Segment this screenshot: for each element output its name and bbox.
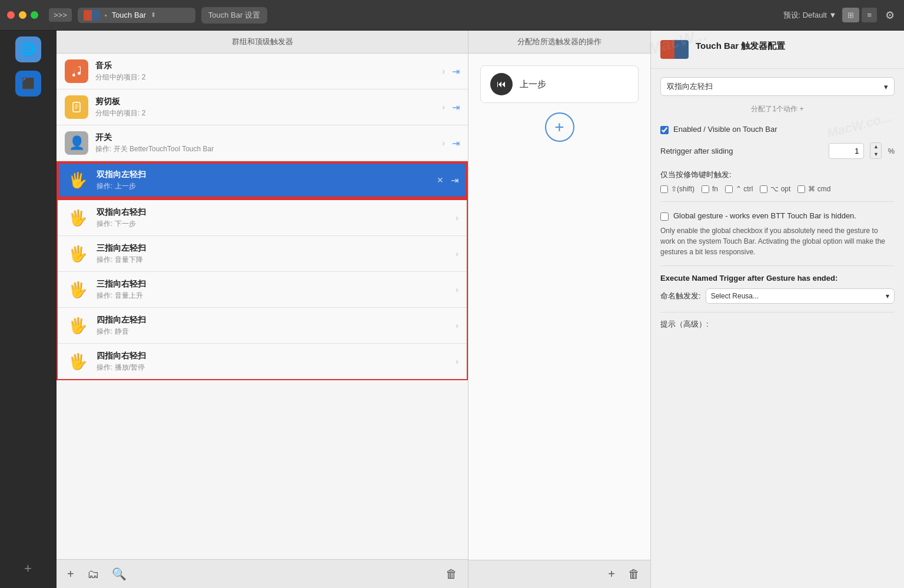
main-content: 🌐 ⬛ + 群组和顶级触发器 音乐 分组中的项目: 2 › ⇥ — [0, 31, 904, 588]
list-item[interactable]: 🖐 三指向左轻扫 操作: 音量下降 › — [58, 236, 467, 272]
hint-label: 提示（高级）: — [660, 320, 709, 328]
modifier-shift: ⇧(shift) — [660, 185, 694, 193]
pin-icon: ⇥ — [451, 175, 458, 186]
pin-icon: ⇥ — [452, 66, 460, 77]
toolbar-right: 🗑 — [443, 565, 460, 583]
opt-checkbox[interactable] — [760, 185, 767, 193]
switch-icon: 👤 — [65, 131, 88, 155]
trigger-sub: 操作: 播放/暂停 — [97, 363, 448, 373]
fullscreen-button[interactable] — [31, 11, 38, 19]
chevron-right-icon: › — [456, 213, 458, 222]
trigger-name: 音乐 — [95, 61, 435, 71]
retrigger-input[interactable] — [829, 143, 864, 159]
trigger-sub: 分组中的项目: 2 — [95, 108, 435, 118]
settings-touchbar-icon — [660, 40, 689, 59]
expand-button[interactable]: >>> — [49, 8, 72, 22]
list-item[interactable]: 🖐 四指向右轻扫 操作: 播放/暂停 › — [58, 344, 467, 379]
execute-named-row: 命名触发发: Select Reusa... ▾ — [660, 288, 895, 304]
trigger-info: 四指向左轻扫 操作: 静音 — [97, 315, 448, 337]
trigger-info: 三指向右轻扫 操作: 音量上升 — [97, 279, 448, 301]
trigger-name: 四指向左轻扫 — [97, 315, 448, 325]
add-trigger-button[interactable]: + — [65, 565, 77, 583]
stepper-down[interactable]: ▼ — [870, 151, 881, 158]
view-list-button[interactable]: ≡ — [862, 8, 877, 22]
add-action-button-toolbar[interactable]: + — [606, 565, 617, 583]
chevron-right-icon: › — [442, 138, 445, 148]
list-item[interactable]: 音乐 分组中的项目: 2 › ⇥ — [56, 54, 468, 89]
list-item[interactable]: 🖐 三指向右轻扫 操作: 音量上升 › — [58, 272, 467, 308]
gesture-icon: 🖐 — [66, 350, 89, 373]
global-gesture-section: Global gesture - works even BTT Touch Ba… — [660, 201, 895, 257]
enabled-checkbox[interactable] — [660, 126, 669, 134]
trigger-name: 四指向右轻扫 — [97, 351, 448, 361]
modifier-fn: fn — [702, 185, 718, 193]
view-grid-button[interactable]: ⊞ — [842, 8, 859, 22]
trigger-name: 双指向左轻扫 — [97, 170, 430, 180]
retrigger-stepper: ▲ ▼ — [870, 142, 882, 159]
gesture-icon: 🖐 — [66, 168, 89, 192]
named-trigger-dropdown[interactable]: Select Reusa... ▾ — [706, 288, 895, 304]
shift-checkbox[interactable] — [660, 185, 668, 193]
list-item[interactable]: 🖐 四指向左轻扫 操作: 静音 › — [58, 308, 467, 344]
pin-icon: ⇥ — [452, 138, 460, 149]
enabled-label: Enabled / Visible on Touch Bar — [673, 125, 777, 134]
touchbar-selector[interactable]: • Touch Bar ⬍ — [78, 8, 195, 23]
named-trigger-label: 命名触发发: — [660, 291, 701, 301]
shift-label: ⇧(shift) — [671, 185, 694, 193]
gesture-dropdown[interactable]: 双指向左轻扫 ▾ — [660, 77, 895, 96]
touchbar-label: Touch Bar — [112, 11, 147, 19]
preset-label[interactable]: 预设: Default ▼ — [783, 10, 837, 21]
trigger-panel: 群组和顶级触发器 音乐 分组中的项目: 2 › ⇥ — [56, 31, 468, 588]
sidebar: 🌐 ⬛ + — [0, 31, 56, 588]
list-item-selected[interactable]: 🖐 双指向左轻扫 操作: 上一步 ✕ ⇥ — [56, 161, 468, 199]
cmd-checkbox[interactable] — [797, 185, 805, 193]
trigger-name: 三指向右轻扫 — [97, 279, 448, 290]
delete-button[interactable]: 🗑 — [443, 565, 460, 583]
stepper-up[interactable]: ▲ — [870, 143, 881, 151]
settings-body: 双指向左轻扫 ▾ 分配了1个动作 + Enabled / Visible on … — [651, 69, 904, 338]
retrigger-row: Retrigger after sliding ▲ ▼ % — [660, 142, 895, 159]
sidebar-item-vscode[interactable]: ⬛ — [15, 71, 41, 97]
trigger-info: 四指向右轻扫 操作: 播放/暂停 — [97, 351, 448, 373]
chevron-right-icon: › — [456, 321, 458, 330]
add-action-button[interactable]: + — [545, 112, 574, 142]
action-panel: 分配给所选触发器的操作 ⏮ 上一步 + + 🗑 — [468, 31, 651, 588]
chevron-down-icon: ▾ — [884, 82, 888, 91]
hint-section: 提示（高级）: — [660, 312, 895, 330]
trigger-list: 音乐 分组中的项目: 2 › ⇥ 剪切板 分组中的项目: 2 › ⇥ — [56, 54, 468, 559]
add-folder-button[interactable]: 🗂 — [85, 565, 101, 583]
delete-action-button[interactable]: 🗑 — [626, 565, 642, 583]
left-panel-toolbar: + 🗂 🔍 🗑 — [56, 559, 468, 588]
action-toolbar: + 🗑 — [468, 560, 650, 588]
minimize-button[interactable] — [19, 11, 26, 19]
search-button[interactable]: 🔍 — [109, 564, 129, 583]
global-gesture-checkbox[interactable] — [660, 212, 669, 221]
clipboard-icon — [65, 95, 88, 119]
trigger-sub: 操作: 静音 — [97, 327, 448, 337]
ctrl-checkbox[interactable] — [725, 185, 733, 193]
sidebar-add-button[interactable]: + — [24, 561, 32, 582]
trigger-info: 音乐 分组中的项目: 2 — [95, 61, 435, 82]
opt-label: ⌥ opt — [770, 185, 790, 193]
modifier-cmd: ⌘ cmd — [797, 185, 830, 193]
list-item[interactable]: 🖐 双指向右轻扫 操作: 下一步 › — [58, 200, 467, 236]
trigger-sub: 分组中的项目: 2 — [95, 72, 435, 82]
list-item[interactable]: 👤 开关 操作: 开关 BetterTouchTool Touch Bar › … — [56, 125, 468, 161]
touchbar-icon — [84, 10, 100, 21]
gear-button[interactable]: ⚙ — [883, 6, 897, 24]
sidebar-item-globe[interactable]: 🌐 — [15, 36, 41, 62]
trigger-info: 剪切板 分组中的项目: 2 — [95, 97, 435, 118]
named-trigger-value: Select Reusa... — [711, 292, 759, 300]
trigger-info: 双指向右轻扫 操作: 下一步 — [97, 207, 448, 229]
touchbar-settings-button[interactable]: Touch Bar 设置 — [201, 7, 267, 24]
ctrl-label: ⌃ ctrl — [736, 185, 753, 193]
gesture-icon: 🖐 — [66, 242, 89, 265]
settings-header: Touch Bar 触发器配置 — [651, 31, 904, 69]
play-back-icon: ⏮ — [490, 73, 513, 95]
list-item[interactable]: 剪切板 分组中的项目: 2 › ⇥ — [56, 89, 468, 125]
global-gesture-label: Global gesture - works even BTT Touch Ba… — [673, 211, 856, 220]
fn-checkbox[interactable] — [702, 185, 709, 193]
left-panel-header: 群组和顶级触发器 — [56, 31, 468, 54]
close-button[interactable] — [7, 11, 15, 19]
action-item[interactable]: ⏮ 上一步 — [480, 65, 639, 103]
